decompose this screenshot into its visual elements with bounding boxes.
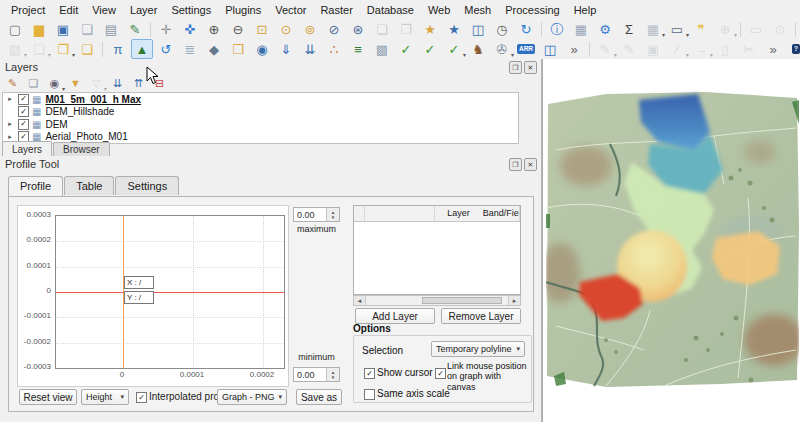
menu-raster[interactable]: Raster — [313, 2, 359, 18]
georeferencer-icon[interactable]: ↺▾ — [155, 39, 177, 59]
duplicate-layer-icon[interactable]: ❐▾ — [52, 39, 74, 59]
zoom-to-selection-icon[interactable]: ⊙▾ — [275, 19, 297, 39]
tab-profile[interactable]: Profile — [8, 176, 63, 196]
spatial-bookmarks-icon[interactable]: ❒▾ — [227, 39, 249, 59]
plugin-network-icon[interactable]: ∴▾ — [323, 39, 345, 59]
menu-plugins[interactable]: Plugins — [218, 2, 268, 18]
scroll-right-icon[interactable] — [508, 296, 520, 305]
layers-panel-close-button[interactable]: ✕ — [524, 61, 537, 74]
check-validity-icon[interactable]: ✓▾ — [419, 39, 441, 59]
zoom-last-icon[interactable]: ⊘▾ — [323, 19, 345, 39]
map-tips-icon[interactable]: ❞▾ — [690, 19, 712, 39]
spinbox-arrows[interactable] — [326, 208, 339, 221]
layers-panel-float-button[interactable]: ❐ — [509, 61, 522, 74]
layer-item-m01[interactable]: M01_5m_001_h Max — [3, 93, 518, 106]
add-layer-button[interactable]: Add Layer — [355, 308, 435, 324]
reset-view-button[interactable]: Reset view — [19, 389, 77, 405]
check-topology-icon[interactable]: ✓▾ — [443, 39, 465, 59]
arr-plugin-icon[interactable]: ARR▾ — [515, 39, 537, 59]
layer-labeling-icon[interactable]: ❏▾ — [76, 39, 98, 59]
open-project-icon[interactable]: ▆▾ — [28, 19, 50, 39]
show-bookmarks-icon[interactable]: ★▾ — [443, 19, 465, 39]
layer-checkbox[interactable] — [18, 119, 29, 130]
notebook-plugin-icon[interactable]: ◫▾ — [539, 39, 561, 59]
save-as-icon[interactable]: ❏▾ — [76, 19, 98, 39]
cut-features-icon[interactable]: ✂▾ — [738, 39, 760, 59]
menu-edit[interactable]: Edit — [52, 2, 85, 18]
zoom-search-icon[interactable]: ⊕▾ — [714, 19, 736, 39]
zoom-full-icon[interactable]: ⊡▾ — [251, 19, 273, 39]
script-runner-icon[interactable]: ≣▾ — [179, 39, 201, 59]
menu-help[interactable]: Help — [567, 2, 604, 18]
toggle-editing-icon[interactable]: ✎▾ — [618, 39, 640, 59]
attachment-icon[interactable]: ✇▾ — [491, 39, 513, 59]
toolbar-overflow4-icon[interactable]: »▾ — [762, 39, 784, 59]
new-project-icon[interactable]: ▢▾ — [4, 19, 26, 39]
same-axis-checkbox[interactable] — [364, 389, 375, 400]
move-feature-icon[interactable]: →▾ — [690, 39, 712, 59]
measure-icon[interactable]: ▭▾ — [666, 19, 688, 39]
import-layer-icon[interactable]: ⇊▾ — [299, 39, 321, 59]
show-cursor-checkbox[interactable] — [364, 368, 375, 379]
map-canvas[interactable] — [542, 59, 800, 422]
tab-layers[interactable]: Layers — [2, 141, 52, 156]
tab-browser[interactable]: Browser — [53, 142, 110, 156]
new-3d-map-view-icon[interactable]: ❐▾ — [395, 19, 417, 39]
minimum-spinbox[interactable]: 0.00 — [293, 367, 340, 382]
menu-settings[interactable]: Settings — [164, 2, 218, 18]
filter-expression-icon[interactable]: ▽▾ — [87, 75, 106, 93]
search-icon[interactable]: ⊙▾ — [769, 19, 791, 39]
refresh-map-icon[interactable]: ↻▾ — [515, 19, 537, 39]
profile-panel-float-button[interactable]: ❐ — [509, 158, 522, 171]
layer-styling-icon[interactable]: ✎▾ — [3, 75, 22, 93]
layer-item-dem-hillshade[interactable]: DEM_Hillshade — [3, 106, 518, 119]
pan-to-selection-icon[interactable]: ✜▾ — [179, 19, 201, 39]
spinbox-arrows[interactable] — [326, 368, 339, 381]
remove-layer-button[interactable]: Remove Layer — [441, 308, 521, 324]
topology-checker-icon[interactable]: ◆▾ — [203, 39, 225, 59]
add-group-icon[interactable]: ❏▾ — [24, 75, 43, 93]
python-console-icon[interactable]: π▾ — [107, 39, 129, 59]
profile-panel-close-button[interactable]: ✕ — [524, 158, 537, 171]
table-horizontal-scrollbar[interactable] — [353, 295, 521, 306]
menu-database[interactable]: Database — [360, 2, 421, 18]
scrollbar-thumb[interactable] — [422, 297, 502, 304]
zoom-in-icon[interactable]: ⊕▾ — [203, 19, 225, 39]
link-mouse-checkbox[interactable] — [435, 368, 446, 379]
save-project-icon[interactable]: ▣▾ — [52, 19, 74, 39]
profile-layers-table[interactable]: LayerBand/Field — [353, 205, 521, 295]
layer-checkbox[interactable] — [18, 106, 29, 117]
layer-order-icon[interactable]: ≡▾ — [347, 39, 369, 59]
menu-vector[interactable]: Vector — [268, 2, 313, 18]
menu-layer[interactable]: Layer — [123, 2, 165, 18]
statistics-icon[interactable]: Σ▾ — [618, 19, 640, 39]
expand-arrow-icon[interactable] — [5, 120, 15, 128]
lock-layers-icon[interactable]: ◉▾ — [251, 39, 273, 59]
tab-table[interactable]: Table — [64, 176, 114, 195]
annotation-icon[interactable]: ▭▾ — [745, 19, 767, 39]
animal-plugin-icon[interactable]: ♞▾ — [467, 39, 489, 59]
save-edits-icon[interactable]: ▣▾ — [642, 39, 664, 59]
temporal-controller-icon[interactable]: ◷▾ — [491, 19, 513, 39]
deselect-features-icon[interactable]: ❏▾ — [28, 39, 50, 59]
new-map-view-icon[interactable]: ❏▾ — [371, 19, 393, 39]
menu-mesh[interactable]: Mesh — [457, 2, 498, 18]
style-manager-icon[interactable]: ✎▾ — [124, 19, 146, 39]
delete-selected-icon[interactable]: ▯▾ — [714, 39, 736, 59]
manage-themes-icon[interactable]: ◉▾ — [45, 75, 64, 93]
interpolated-profile-checkbox[interactable] — [136, 392, 147, 403]
axis-type-dropdown[interactable]: Height — [81, 389, 129, 405]
menu-processing[interactable]: Processing — [498, 2, 566, 18]
current-edits-icon[interactable]: ✎▾ — [594, 39, 616, 59]
maximum-spinbox[interactable]: 0.00 — [293, 207, 340, 222]
raster-check-icon[interactable]: ▩▾ — [371, 39, 393, 59]
toolbar-overflow3-icon[interactable]: »▾ — [563, 39, 585, 59]
expand-arrow-icon[interactable] — [5, 95, 15, 103]
export-format-dropdown[interactable]: Graph - PNG — [217, 389, 287, 405]
menu-project[interactable]: Project — [4, 2, 52, 18]
check-geometry-icon[interactable]: ✓▾ — [395, 39, 417, 59]
selection-dropdown[interactable]: Temporary polyline — [431, 341, 525, 357]
menu-web[interactable]: Web — [421, 2, 457, 18]
layer-item-dem[interactable]: DEM — [3, 118, 518, 131]
menu-view[interactable]: View — [85, 2, 123, 18]
